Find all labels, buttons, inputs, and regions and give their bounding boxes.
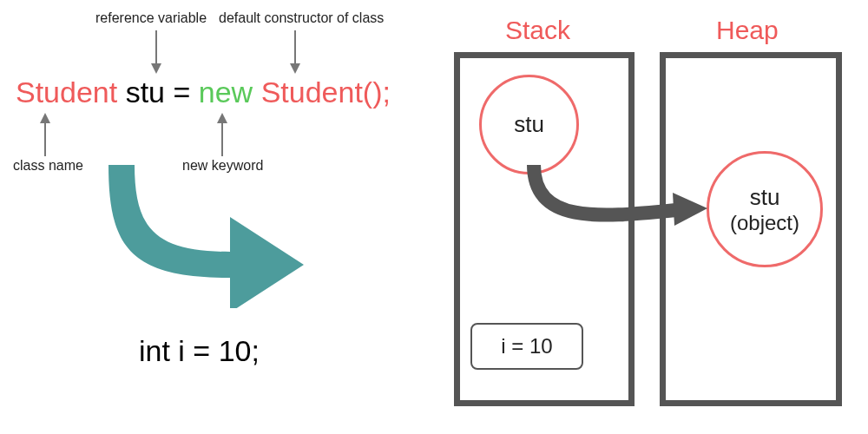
heap-title: Heap xyxy=(716,16,779,45)
label-default-constructor: default constructor of class xyxy=(219,10,384,26)
token-new-keyword: new xyxy=(199,76,253,108)
svg-marker-7 xyxy=(217,113,227,123)
arrow-down-icon xyxy=(148,30,165,74)
token-variable-name: stu xyxy=(126,76,165,108)
token-equals: = xyxy=(173,76,190,108)
stack-title: Stack xyxy=(505,16,570,45)
svg-marker-8 xyxy=(673,193,707,226)
stack-reference-label: stu xyxy=(514,111,544,138)
reference-arrow-icon xyxy=(508,148,716,252)
code-declaration: Student stu = new Student(); xyxy=(16,76,391,109)
big-arrow-icon xyxy=(104,152,312,308)
label-class-name: class name xyxy=(13,158,83,174)
arrow-down-icon xyxy=(286,30,304,74)
token-constructor-call: Student(); xyxy=(261,76,391,108)
code-primitive-decl: int i = 10; xyxy=(139,334,260,368)
stack-primitive-box: i = 10 xyxy=(470,323,583,370)
heap-object-circle: stu (object) xyxy=(707,151,823,267)
heap-object-label-line2: (object) xyxy=(730,211,799,235)
stack-primitive-label: i = 10 xyxy=(501,334,552,358)
arrow-up-icon xyxy=(36,113,54,156)
label-reference-variable: reference variable xyxy=(95,10,207,26)
svg-marker-5 xyxy=(40,113,50,123)
token-class-type: Student xyxy=(16,76,117,108)
svg-marker-3 xyxy=(290,63,300,74)
arrow-up-icon xyxy=(214,113,231,156)
heap-object-label-line1: stu xyxy=(750,184,780,211)
svg-marker-1 xyxy=(151,63,161,74)
